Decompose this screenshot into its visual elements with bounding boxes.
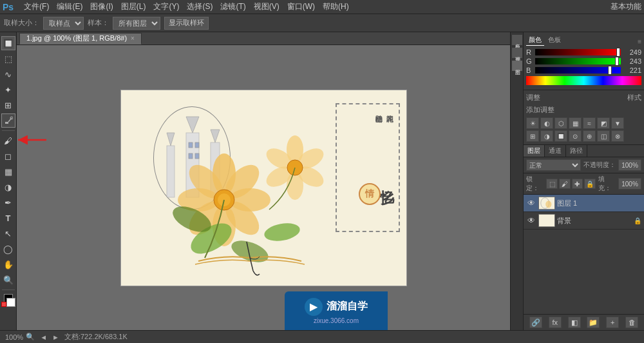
fill-input[interactable] — [618, 178, 641, 190]
menu-layer[interactable]: 图层(L) — [121, 1, 146, 12]
artwork: 人闲花静杜鹃啼山空 忆乡 。 情 — [120, 90, 407, 286]
adjust-btn-13[interactable]: ◫ — [597, 130, 610, 142]
r-channel: R 249 — [526, 48, 641, 56]
tool-dodge[interactable]: ◑ — [1, 180, 15, 194]
adjust-btn-12[interactable]: ⊕ — [583, 130, 596, 142]
adjust-panel-icon[interactable]: 调整 — [512, 48, 522, 58]
tool-hand[interactable]: ✋ — [1, 257, 15, 271]
chinese-dot: 。 — [381, 191, 387, 200]
tool-magic-wand[interactable]: ✦ — [1, 83, 15, 97]
menu-file[interactable]: 文件(F) — [24, 1, 49, 12]
b-bar[interactable] — [535, 67, 621, 74]
menu-image[interactable]: 图像(I) — [90, 1, 113, 12]
layer-mask-btn[interactable]: ◧ — [568, 317, 581, 328]
add-adjust-label: 添加调整 — [526, 105, 641, 115]
b-value: 221 — [623, 66, 641, 74]
sample-select[interactable]: 所有图层 — [113, 17, 160, 30]
link-layers-btn[interactable]: 🔗 — [529, 317, 542, 328]
tool-marquee[interactable]: ⬚ — [1, 52, 15, 66]
layers-panel-icon[interactable]: 图层 — [512, 61, 522, 71]
status-bar: 100% 🔍 ◄ ► 文档:722.2K/683.1K — [0, 330, 644, 343]
tool-eyedropper[interactable]: 🔲 — [1, 36, 15, 50]
tab-close-btn[interactable]: × — [131, 35, 135, 42]
tool-lasso[interactable]: ∿ — [1, 67, 15, 81]
opacity-label: 不透明度： — [583, 161, 616, 170]
layers-tab-layers[interactable]: 图层 — [524, 145, 545, 157]
r-bar[interactable] — [535, 49, 621, 55]
ps-logo: Ps — [3, 2, 14, 12]
tool-pen[interactable]: ✒ — [1, 195, 15, 210]
tool-gradient[interactable]: ▦ — [1, 164, 15, 179]
workspace-label[interactable]: 基本功能 — [611, 1, 641, 12]
new-group-btn[interactable]: 📁 — [587, 317, 600, 328]
sampler-size-select[interactable]: 取样点 — [43, 17, 84, 30]
sampler-size-label: 取样大小： — [4, 18, 39, 28]
lock-transparent-btn[interactable]: ⬚ — [546, 179, 558, 189]
layer-1-visibility[interactable]: 👁 — [526, 198, 536, 208]
nav-next[interactable]: ► — [52, 333, 59, 341]
adjust-btn-8[interactable]: ⊞ — [526, 130, 539, 142]
layers-tab-paths[interactable]: 路径 — [566, 145, 587, 157]
svg-rect-1 — [5, 122, 8, 124]
layer-bg-visibility[interactable]: 👁 — [526, 215, 536, 226]
adjust-btn-3[interactable]: ⬡ — [554, 117, 567, 129]
tool-path-select[interactable]: ↖ — [1, 226, 15, 240]
canvas-tab[interactable]: 1.jpg @ 100% (图层 1, RGB/8#) × — [19, 33, 142, 44]
layer-item-1[interactable]: 👁 图层 1 — [524, 195, 644, 212]
color-tab-swatches[interactable]: 色板 — [545, 35, 564, 46]
lock-row: 锁定： ⬚ 🖌 ✚ 🔒 填充： — [524, 173, 644, 195]
zoom-value: 100% — [5, 333, 23, 341]
color-spectrum[interactable] — [526, 76, 641, 85]
tool-shape[interactable]: ◯ — [1, 242, 15, 256]
tool-type[interactable]: T — [1, 211, 15, 225]
tool-crop[interactable]: ⊞ — [1, 98, 15, 112]
color-panel-icon[interactable]: 色板 — [512, 35, 522, 45]
menu-edit[interactable]: 编辑(E) — [57, 1, 82, 12]
tool-divider-1 — [2, 130, 15, 131]
tool-zoom[interactable]: 🔍 — [1, 273, 15, 287]
lock-position-btn[interactable]: ✚ — [572, 179, 583, 189]
adjust-btn-2[interactable]: ◐ — [540, 117, 553, 129]
color-tab-color[interactable]: 颜色 — [526, 35, 544, 46]
adjust-btn-9[interactable]: ◑ — [540, 130, 553, 142]
lock-image-btn[interactable]: 🖌 — [559, 179, 571, 189]
tab-bar: 1.jpg @ 100% (图层 1, RGB/8#) × — [17, 32, 510, 45]
tool-brush[interactable]: 🖌 — [1, 133, 15, 148]
layer-bg-lock-icon: 🔒 — [634, 217, 641, 224]
menu-help[interactable]: 帮助(H) — [323, 1, 349, 12]
adjust-btn-14[interactable]: ⊗ — [611, 130, 624, 142]
adjust-btn-11[interactable]: ⊙ — [569, 130, 582, 142]
tool-eraser[interactable]: ◻ — [1, 149, 15, 163]
nav-prev[interactable]: ◄ — [40, 333, 47, 341]
lock-all-btn[interactable]: 🔒 — [584, 179, 596, 189]
blend-mode-select[interactable]: 正常 — [526, 159, 581, 171]
menu-window[interactable]: 窗口(W) — [287, 1, 315, 12]
color-panel-menu[interactable]: ≡ — [638, 38, 641, 45]
color-tabs: 颜色 色板 — [526, 35, 564, 46]
tool-eyedropper2[interactable] — [1, 113, 15, 128]
new-layer-btn[interactable]: + — [606, 317, 619, 328]
adjust-btn-6[interactable]: ◩ — [597, 117, 610, 129]
layers-section: 图层 通道 路径 正常 不透明度： 锁定： ⬚ 🖌 ✚ 🔒 填充： — [524, 145, 644, 330]
g-bar[interactable] — [535, 58, 621, 64]
menu-filter[interactable]: 滤镜(T) — [220, 1, 245, 12]
g-channel: G 243 — [526, 57, 641, 65]
layer-style-btn[interactable]: fx — [549, 317, 562, 328]
delete-layer-btn[interactable]: 🗑 — [625, 317, 638, 328]
adjust-btn-4[interactable]: ▦ — [569, 117, 582, 129]
layers-tab-channels[interactable]: 通道 — [545, 145, 566, 157]
adjust-btn-5[interactable]: ≈ — [583, 117, 596, 129]
show-sample-btn[interactable]: 显示取样环 — [164, 17, 209, 30]
color-swatches[interactable] — [1, 294, 15, 312]
menu-view[interactable]: 视图(V) — [254, 1, 279, 12]
opacity-input[interactable] — [618, 159, 641, 171]
canvas-container: 人闲花静杜鹃啼山空 忆乡 。 情 ▶ 溜溜自学 zixue.3066.com — [17, 45, 510, 330]
menu-select[interactable]: 选择(S) — [187, 1, 213, 12]
adjust-btn-1[interactable]: ☀ — [526, 117, 539, 129]
layer-item-bg[interactable]: 👁 背景 🔒 — [524, 212, 644, 230]
layer-1-name: 图层 1 — [557, 199, 641, 208]
adjust-btn-10[interactable]: 🔲 — [554, 130, 567, 142]
adjust-btn-7[interactable]: ▼ — [611, 117, 624, 129]
style-label: 样式 — [627, 93, 641, 103]
menu-type[interactable]: 文字(Y) — [153, 1, 179, 12]
